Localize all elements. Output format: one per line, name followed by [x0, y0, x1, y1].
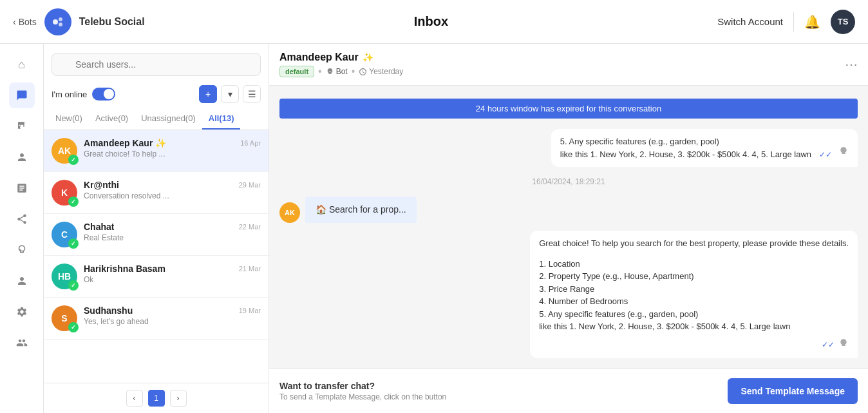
conv-preview: Great choice! To help ... — [84, 149, 261, 158]
tag-time: Yesterday — [359, 67, 403, 76]
conv-preview: Yes, let's go ahead — [84, 317, 261, 326]
conv-date: 21 Mar — [239, 265, 261, 273]
bell-icon[interactable]: 🔔 — [804, 14, 820, 30]
sidebar-icons: ⌂ — [0, 44, 44, 413]
switch-account-button[interactable]: Switch Account — [717, 16, 783, 27]
sidebar-item-chat[interactable] — [9, 82, 35, 108]
conv-info: Kr@nthi 29 Mar Conversation resolved ... — [84, 180, 261, 200]
tag-default: default — [279, 66, 314, 77]
chat-header: Amandeep Kaur ✨ default • Bot • Yesterda… — [269, 44, 868, 86]
sidebar-item-share[interactable] — [9, 206, 35, 232]
chat-tags: default • Bot • Yesterday — [279, 66, 838, 77]
chat-bottom-text: Want to transfer chat? To send a Templat… — [279, 381, 720, 401]
message-row: 5. Any specific features (e.g., garden, … — [279, 129, 858, 167]
conv-item-amandeep[interactable]: AK ✓ Amandeep Kaur ✨ 16 Apr Great choice… — [44, 130, 269, 172]
back-to-bots[interactable]: ‹ Bots — [13, 17, 37, 27]
chat-bottom-bar: Want to transfer chat? To send a Templat… — [269, 369, 868, 413]
whatsapp-badge: ✓ — [68, 197, 79, 207]
message-text: 5. Any specific features (e.g., garden, … — [560, 135, 811, 160]
brand-logo — [44, 8, 71, 35]
conv-item-sudhanshu[interactable]: S ✓ Sudhanshu 19 Mar Yes, let's go ahead — [44, 298, 269, 340]
message-avatar: AK — [279, 202, 300, 223]
conv-preview: Ok — [84, 275, 261, 284]
conv-info: Amandeep Kaur ✨ 16 Apr Great choice! To … — [84, 138, 261, 158]
send-template-button[interactable]: Send Template Message — [728, 378, 858, 404]
svg-point-1 — [59, 17, 62, 21]
more-options-button[interactable]: ⋯ — [845, 57, 858, 72]
bot-message-icon-2 — [838, 338, 849, 352]
tab-active[interactable]: Active(0) — [89, 108, 135, 130]
conv-item-harikrishna[interactable]: HB ✓ Harikrishna Basam 21 Mar Ok — [44, 256, 269, 298]
expired-banner: 24 hours window has expired for this con… — [279, 99, 858, 119]
conv-item-chahat[interactable]: C ✓ Chahat 22 Mar Real Estate — [44, 214, 269, 256]
whatsapp-badge: ✓ — [68, 322, 79, 332]
chevron-left-icon: ‹ — [13, 17, 16, 27]
timestamp: 16/04/2024, 18:29:21 — [279, 177, 858, 186]
sidebar-item-contacts[interactable] — [9, 144, 35, 170]
message-bubble-left: 🏠 Search for a prop... — [305, 197, 417, 223]
conv-name: Kr@nthi — [84, 180, 119, 190]
sidebar-item-home[interactable]: ⌂ — [9, 52, 35, 77]
conv-name: Harikrishna Basam — [84, 264, 165, 274]
conversation-items: AK ✓ Amandeep Kaur ✨ 16 Apr Great choice… — [44, 130, 269, 383]
user-avatar[interactable]: TS — [831, 10, 855, 34]
messages-area: 24 hours window has expired for this con… — [269, 86, 868, 369]
main-layout: ⌂ 🔍 — [0, 44, 868, 413]
online-bar: I'm online + ▾ ☰ — [44, 81, 269, 108]
conv-info: Chahat 22 Mar Real Estate — [84, 222, 261, 242]
whatsapp-badge: ✓ — [68, 280, 79, 291]
online-status: I'm online — [52, 88, 115, 101]
chat-user-name: Amandeep Kaur ✨ — [279, 52, 838, 63]
add-conversation-button[interactable]: + — [199, 85, 217, 103]
search-input[interactable] — [52, 53, 261, 76]
search-area: 🔍 — [44, 44, 269, 81]
dot-separator: • — [318, 66, 322, 77]
back-label: Bots — [19, 17, 37, 27]
conv-name: Chahat — [84, 222, 114, 232]
page-title: Inbox — [153, 14, 710, 29]
filter-dropdown-button[interactable]: ▾ — [221, 85, 239, 103]
bot-label: Bot — [336, 67, 348, 76]
conv-item-kranthi[interactable]: K ✓ Kr@nthi 29 Mar Conversation resolved… — [44, 172, 269, 214]
chat-header-info: Amandeep Kaur ✨ default • Bot • Yesterda… — [279, 52, 838, 77]
message-row-left: AK 🏠 Search for a prop... — [279, 197, 858, 223]
avatar: S ✓ — [52, 305, 77, 331]
avatar: K ✓ — [52, 180, 77, 206]
pagination: ‹ 1 › — [44, 383, 269, 413]
tab-unassigned[interactable]: Unassigned(0) — [135, 108, 202, 130]
brand-name: Telebu Social — [79, 16, 145, 28]
conv-preview: Conversation resolved ... — [84, 191, 261, 200]
sidebar-item-settings[interactable] — [9, 299, 35, 325]
online-toggle[interactable] — [92, 88, 115, 101]
message-bubble: 5. Any specific features (e.g., garden, … — [551, 129, 858, 167]
conv-preview: Real Estate — [84, 233, 261, 242]
chat-name-text: Amandeep Kaur — [279, 52, 359, 63]
top-navigation: ‹ Bots Telebu Social Inbox Switch Accoun… — [0, 0, 868, 44]
conv-date: 16 Apr — [240, 139, 261, 147]
sidebar-item-megaphone[interactable] — [9, 113, 35, 139]
online-label-text: I'm online — [52, 90, 87, 99]
sidebar-item-person[interactable] — [9, 268, 35, 294]
conv-date: 19 Mar — [239, 307, 261, 314]
star-icon: ✨ — [363, 52, 373, 62]
menu-button[interactable]: ☰ — [243, 85, 261, 103]
tab-new[interactable]: New(0) — [49, 108, 89, 130]
dot-separator-2: • — [352, 66, 355, 77]
sidebar-item-bulb[interactable] — [9, 237, 35, 263]
whatsapp-badge: ✓ — [68, 155, 79, 165]
prev-page-button[interactable]: ‹ — [126, 390, 143, 407]
message-bubble-long: Great choice! To help you search for the… — [530, 231, 858, 358]
nav-divider — [793, 12, 794, 32]
sidebar-item-reports[interactable] — [9, 175, 35, 201]
tab-all[interactable]: All(13) — [202, 108, 241, 130]
check-icon-2: ✓✓ — [822, 339, 835, 351]
svg-point-0 — [53, 19, 58, 24]
page-1-button[interactable]: 1 — [148, 390, 165, 407]
conv-info: Harikrishna Basam 21 Mar Ok — [84, 264, 261, 284]
bottom-sub-text: To send a Template Message, click on the… — [279, 392, 720, 401]
next-page-button[interactable]: › — [170, 390, 187, 407]
bottom-main-text: Want to transfer chat? — [279, 381, 720, 391]
sidebar-item-team[interactable] — [9, 330, 35, 356]
chat-area: Amandeep Kaur ✨ default • Bot • Yesterda… — [269, 44, 868, 413]
time-label: Yesterday — [369, 67, 403, 76]
